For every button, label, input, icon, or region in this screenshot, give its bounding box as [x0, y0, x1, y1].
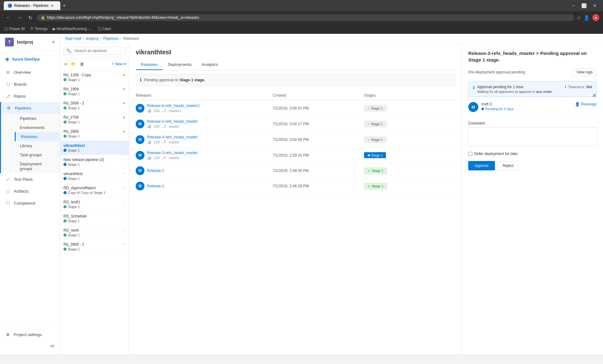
tab-releases[interactable]: Releases	[136, 60, 163, 70]
release-name-link-5[interactable]: Release-1	[147, 184, 164, 188]
pipeline-item[interactable]: Rd_2806 - 2 ☆ Stage 1	[60, 240, 129, 254]
release-name-link-0[interactable]: Release-6-refs_heads_master1	[147, 104, 200, 108]
star-icon-4[interactable]: ★	[122, 129, 126, 134]
reject-button[interactable]: Reject	[497, 161, 519, 170]
profile-button[interactable]: ●	[592, 14, 599, 21]
sidebar-sub-item-task-groups[interactable]: Task groups	[15, 150, 60, 159]
star-icon-12[interactable]: ☆	[122, 242, 126, 247]
bookmark-timings[interactable]: ⏱ Timings	[30, 27, 48, 31]
bookmark-whatwasrunning[interactable]: ▶ WhatWasRunning -...	[53, 27, 92, 31]
close-window-button[interactable]: ✕	[590, 3, 599, 9]
new-tab-button[interactable]: +	[63, 3, 66, 8]
reassign-button[interactable]: 👤 Reassign	[575, 102, 597, 106]
reload-button[interactable]: ↻	[26, 13, 34, 22]
sidebar-item-test-plans[interactable]: ✓ Test Plans	[0, 173, 60, 185]
sidebar-item-repos[interactable]: ⎇ Repos	[0, 90, 60, 102]
pipeline-item[interactable]: vikranthtest ☆ Stage 1	[60, 169, 129, 183]
sidebar-sub-item-releases[interactable]: Releases	[15, 132, 60, 141]
pipeline-item[interactable]: New release pipeline (2) ☆ Stage 1	[60, 155, 129, 169]
release-stage-badge-1[interactable]: ○ Stage 1	[364, 121, 386, 127]
browser-tab[interactable]: 🔵 Releases - Pipelines ✕	[4, 1, 60, 10]
comment-textarea[interactable]	[468, 127, 597, 146]
sidebar-item-compliance[interactable]: 🛡 Compliance	[0, 197, 60, 209]
right-panel-title: Release-3-refs_heads_master > Pending ap…	[468, 50, 597, 63]
pipeline-item[interactable]: RD_work ☆ Stage 1	[60, 226, 129, 240]
address-bar[interactable]: 🔒 https://dev.azure.com/tfspf-rmpf/testp…	[37, 14, 574, 21]
folder-view-icon[interactable]: 📁	[70, 61, 77, 67]
forward-button[interactable]: →	[15, 13, 24, 22]
delete-icon[interactable]: 🗑	[79, 61, 85, 67]
release-cell-name-4: M Release-2	[136, 166, 273, 175]
release-stage-badge-3[interactable]: ◀ Stage 1	[364, 152, 386, 158]
search-input[interactable]	[74, 49, 123, 53]
release-stage-badge-4[interactable]: ✓ Stage 1	[364, 168, 387, 174]
pipeline-item[interactable]: Rd_2806 ★ Stage 1	[60, 127, 129, 141]
maximize-button[interactable]: ⬜	[579, 3, 589, 9]
release-name-link-4[interactable]: Release-2	[147, 169, 164, 173]
star-icon-2[interactable]: ★	[122, 101, 126, 105]
sidebar-sub-label-environments: Environments	[20, 125, 45, 130]
star-icon-10[interactable]: ☆	[122, 214, 126, 218]
star-icon-9[interactable]: ☆	[122, 200, 126, 204]
star-icon-0[interactable]: ★	[122, 73, 126, 77]
tab-analytics[interactable]: Analytics	[197, 60, 223, 70]
sidebar-sub-label-library: Library	[20, 143, 32, 148]
approver-row: M msft 3 Pending for 1 hour 👤 Reassign	[468, 102, 597, 117]
minimize-button[interactable]: ─	[569, 3, 578, 9]
bookmark-powerbi[interactable]: ⬛ Power BI	[4, 27, 25, 31]
status-dot-10	[63, 219, 67, 222]
release-stage-badge-0[interactable]: ○ Stage 1	[364, 105, 386, 111]
sidebar-sub-item-environments[interactable]: Environments	[15, 123, 60, 132]
sidebar-item-overview[interactable]: ⊞ Overview	[0, 66, 60, 78]
approve-button[interactable]: Approve	[468, 161, 495, 170]
new-pipeline-button[interactable]: + New ▾	[112, 62, 126, 66]
tab-deployments[interactable]: Deployments	[163, 60, 197, 70]
collapse-sidebar-button[interactable]: ≪	[50, 343, 55, 349]
tab-close-button[interactable]: ✕	[50, 3, 54, 8]
back-button[interactable]: ←	[4, 13, 13, 22]
star-icon-3[interactable]: ★	[122, 115, 126, 120]
release-name-link-1[interactable]: Release-5-refs_heads_master	[147, 119, 198, 124]
defer-checkbox-input[interactable]	[468, 152, 472, 156]
incognito-button[interactable]: 👤	[584, 15, 590, 21]
pipeline-item[interactable]: RD_Schedule ☆ Stage 1	[60, 211, 129, 226]
sidebar-item-boards[interactable]: ⬡ Boards	[0, 78, 60, 90]
pipeline-item[interactable]: Rd_2706 ★ Stage 1	[60, 113, 129, 127]
star-icon-8[interactable]: ☆	[122, 186, 126, 190]
release-stage-badge-5[interactable]: ✓ Stage 1	[364, 183, 387, 190]
close-panel-button[interactable]: ✕	[592, 92, 597, 99]
star-icon-11[interactable]: ☆	[122, 228, 126, 233]
sidebar-item-pipelines[interactable]: ⚙ Pipelines	[0, 102, 60, 114]
star-page-button[interactable]: ☆	[577, 15, 581, 21]
view-logs-button[interactable]: View logs	[573, 68, 597, 76]
new-dropdown-icon[interactable]: ▾	[124, 62, 126, 66]
sidebar-sub-item-pipelines[interactable]: Pipelines	[15, 114, 60, 123]
sidebar-sub-item-library[interactable]: Library	[15, 141, 60, 150]
pipeline-item[interactable]: RD_ApproveReject ☆ Copy of Copy of Stage…	[60, 183, 129, 197]
release-cell-name-5: M Release-1	[136, 182, 273, 190]
release-name-link-3[interactable]: Release-3-refs_heads_master	[147, 151, 198, 155]
timeout-icon: ℹ	[565, 85, 566, 89]
breadcrumb-project[interactable]: testproj	[86, 36, 98, 41]
pipeline-item-selected[interactable]: vikranthtest ☆ Stage 1	[60, 141, 129, 155]
star-icon-6[interactable]: ☆	[122, 158, 126, 162]
sidebar-item-project-settings[interactable]: ⚙ Project settings	[0, 329, 60, 340]
bookmark-uber[interactable]: ⬛ Uber	[97, 27, 111, 31]
pipeline-item[interactable]: Rd_1206 - Copy ★ Stage 1	[60, 70, 129, 84]
add-project-button[interactable]: +	[52, 39, 55, 46]
release-name-link-2[interactable]: Release-4-refs_heads_master	[147, 135, 198, 139]
release-stage-badge-2[interactable]: ○ Stage 1	[364, 136, 386, 143]
pipeline-item[interactable]: Rd_2606 - 2 ★ Stage 1	[60, 99, 129, 113]
sidebar-sub-item-deployment-groups[interactable]: Deployment groups	[15, 159, 60, 173]
pipeline-item[interactable]: RD_testf1 ☆ Stage 1	[60, 197, 129, 211]
list-view-icon[interactable]: ≡	[63, 61, 68, 67]
star-icon-5[interactable]: ☆	[122, 143, 126, 148]
breadcrumb-sep-1: /	[83, 36, 84, 41]
breadcrumb-org[interactable]: tfspf-rmpf	[65, 36, 81, 41]
star-icon-1[interactable]: ★	[122, 87, 126, 91]
branch-icon-1: ⎇	[162, 124, 166, 128]
sidebar-item-artifacts[interactable]: ⬡ Artifacts	[0, 185, 60, 197]
star-icon-7[interactable]: ☆	[122, 172, 126, 176]
breadcrumb-pipelines[interactable]: Pipelines	[103, 36, 119, 41]
pipeline-item[interactable]: Rd_1906 ★ Stage 1	[60, 84, 129, 99]
